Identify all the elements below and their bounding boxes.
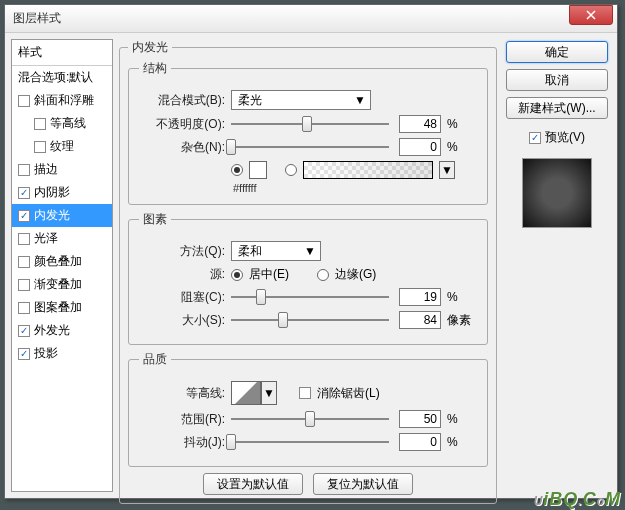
source-label: 源: <box>139 266 225 283</box>
new-style-button[interactable]: 新建样式(W)... <box>506 97 608 119</box>
unit-label: % <box>447 435 477 449</box>
layer-style-dialog: 图层样式 样式 混合选项:默认 斜面和浮雕 等高线 纹理 描边 内阴影 内发光 … <box>4 4 618 499</box>
checkbox[interactable] <box>18 256 30 268</box>
noise-value[interactable]: 0 <box>399 138 441 156</box>
sidebar-item-inner-glow[interactable]: 内发光 <box>12 204 112 227</box>
sidebar-item-satin[interactable]: 光泽 <box>12 227 112 250</box>
gradient-radio[interactable] <box>285 164 297 176</box>
right-panel: 确定 取消 新建样式(W)... 预览(V) <box>503 39 611 492</box>
sidebar-item-texture[interactable]: 纹理 <box>12 135 112 158</box>
styles-list: 样式 混合选项:默认 斜面和浮雕 等高线 纹理 描边 内阴影 内发光 光泽 颜色… <box>11 39 113 492</box>
jitter-label: 抖动(J): <box>139 434 225 451</box>
checkbox[interactable] <box>18 233 30 245</box>
source-center-radio[interactable] <box>231 269 243 281</box>
sidebar-item-inner-shadow[interactable]: 内阴影 <box>12 181 112 204</box>
close-button[interactable] <box>569 5 613 25</box>
structure-group: 结构 混合模式(B): 柔光 ▼ 不透明度(O): 48 % <box>128 60 488 205</box>
contour-dropdown[interactable]: ▼ <box>261 381 277 405</box>
color-radio[interactable] <box>231 164 243 176</box>
jitter-slider[interactable] <box>231 433 389 451</box>
watermark: UiBQ.CoM <box>534 489 621 510</box>
range-label: 范围(R): <box>139 411 225 428</box>
sidebar-item-bevel[interactable]: 斜面和浮雕 <box>12 89 112 112</box>
chevron-down-icon: ▼ <box>302 244 318 258</box>
checkbox[interactable] <box>34 118 46 130</box>
preview-thumbnail <box>522 158 592 228</box>
gradient-swatch[interactable] <box>303 161 433 179</box>
opacity-value[interactable]: 48 <box>399 115 441 133</box>
sidebar-item-drop-shadow[interactable]: 投影 <box>12 342 112 365</box>
checkbox[interactable] <box>18 348 30 360</box>
range-slider[interactable] <box>231 410 389 428</box>
sidebar-item-blend-options[interactable]: 混合选项:默认 <box>12 66 112 89</box>
make-default-button[interactable]: 设置为默认值 <box>203 473 303 495</box>
checkbox[interactable] <box>18 164 30 176</box>
sidebar-item-contour[interactable]: 等高线 <box>12 112 112 135</box>
elements-group: 图素 方法(Q): 柔和 ▼ 源: 居中(E) 边缘 <box>128 211 488 345</box>
elements-legend: 图素 <box>139 211 171 228</box>
preview-toggle[interactable]: 预览(V) <box>529 129 585 146</box>
titlebar[interactable]: 图层样式 <box>5 5 617 33</box>
antialias-checkbox[interactable] <box>299 387 311 399</box>
sidebar-item-gradient-overlay[interactable]: 渐变叠加 <box>12 273 112 296</box>
reset-default-button[interactable]: 复位为默认值 <box>313 473 413 495</box>
close-icon <box>586 10 596 20</box>
blend-mode-select[interactable]: 柔光 ▼ <box>231 90 371 110</box>
sidebar-item-outer-glow[interactable]: 外发光 <box>12 319 112 342</box>
hex-value: #ffffff <box>233 182 477 194</box>
opacity-label: 不透明度(O): <box>139 116 225 133</box>
blend-mode-label: 混合模式(B): <box>139 92 225 109</box>
contour-picker[interactable] <box>231 381 261 405</box>
color-swatch[interactable] <box>249 161 267 179</box>
technique-select[interactable]: 柔和 ▼ <box>231 241 321 261</box>
size-slider[interactable] <box>231 311 389 329</box>
quality-legend: 品质 <box>139 351 171 368</box>
ok-button[interactable]: 确定 <box>506 41 608 63</box>
gradient-dropdown[interactable]: ▼ <box>439 161 455 179</box>
contour-label: 等高线: <box>139 385 225 402</box>
sidebar-item-stroke[interactable]: 描边 <box>12 158 112 181</box>
styles-header: 样式 <box>12 40 112 66</box>
unit-label: % <box>447 140 477 154</box>
source-edge-label: 边缘(G) <box>335 266 376 283</box>
checkbox[interactable] <box>18 279 30 291</box>
unit-label: % <box>447 290 477 304</box>
quality-group: 品质 等高线: ▼ 消除锯齿(L) 范围(R): <box>128 351 488 467</box>
checkbox[interactable] <box>18 325 30 337</box>
window-title: 图层样式 <box>9 10 569 27</box>
choke-label: 阻塞(C): <box>139 289 225 306</box>
unit-label: % <box>447 412 477 426</box>
structure-legend: 结构 <box>139 60 171 77</box>
cancel-button[interactable]: 取消 <box>506 69 608 91</box>
range-value[interactable]: 50 <box>399 410 441 428</box>
chevron-down-icon: ▼ <box>352 93 368 107</box>
checkbox[interactable] <box>18 210 30 222</box>
unit-label: % <box>447 117 477 131</box>
checkbox[interactable] <box>18 95 30 107</box>
preview-label: 预览(V) <box>545 129 585 146</box>
source-center-label: 居中(E) <box>249 266 289 283</box>
inner-glow-group: 内发光 结构 混合模式(B): 柔光 ▼ 不透明度(O): 48 <box>119 39 497 504</box>
group-title: 内发光 <box>128 39 172 56</box>
technique-label: 方法(Q): <box>139 243 225 260</box>
antialias-label: 消除锯齿(L) <box>317 385 380 402</box>
settings-panel: 内发光 结构 混合模式(B): 柔光 ▼ 不透明度(O): 48 <box>119 39 497 492</box>
source-edge-radio[interactable] <box>317 269 329 281</box>
size-label: 大小(S): <box>139 312 225 329</box>
checkbox[interactable] <box>18 187 30 199</box>
jitter-value[interactable]: 0 <box>399 433 441 451</box>
preview-checkbox[interactable] <box>529 132 541 144</box>
noise-label: 杂色(N): <box>139 139 225 156</box>
choke-slider[interactable] <box>231 288 389 306</box>
noise-slider[interactable] <box>231 138 389 156</box>
sidebar-item-color-overlay[interactable]: 颜色叠加 <box>12 250 112 273</box>
unit-label: 像素 <box>447 312 477 329</box>
checkbox[interactable] <box>18 302 30 314</box>
choke-value[interactable]: 19 <box>399 288 441 306</box>
checkbox[interactable] <box>34 141 46 153</box>
sidebar-item-pattern-overlay[interactable]: 图案叠加 <box>12 296 112 319</box>
size-value[interactable]: 84 <box>399 311 441 329</box>
opacity-slider[interactable] <box>231 115 389 133</box>
